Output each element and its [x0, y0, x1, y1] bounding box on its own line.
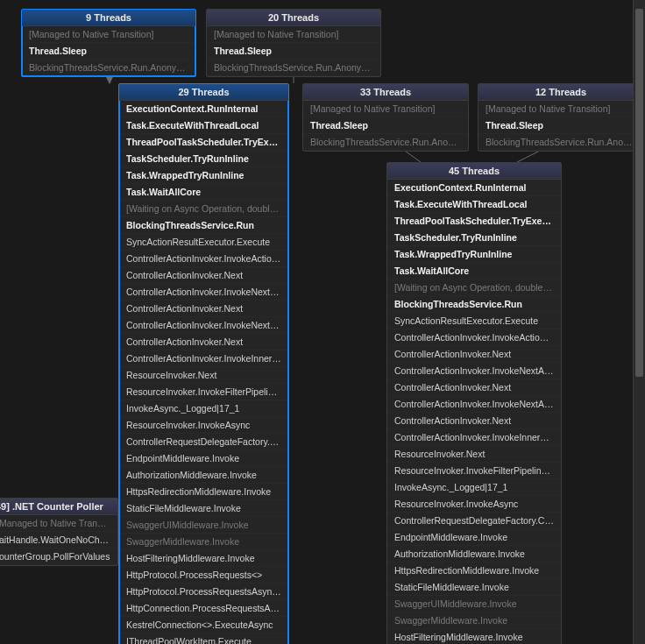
stack-frame[interactable]: SyncActionResultExecutor.Execute	[119, 234, 288, 251]
stack-frame[interactable]: Task.ExecuteWithThreadLocal	[387, 196, 561, 213]
stack-frame[interactable]: ControllerActionInvoker.InvokeNextAction…	[119, 284, 288, 301]
thread-panel-20[interactable]: 20 Threads [Managed to Native Transition…	[206, 9, 381, 77]
stack-frame[interactable]: IThreadPoolWorkItem.Execute	[119, 633, 288, 644]
stack-frame[interactable]: BlockingThreadsService.Run.AnonymousMet.…	[207, 60, 380, 76]
stack-frame[interactable]: Thread.Sleep	[303, 117, 468, 134]
stack-frame[interactable]: [Managed to Native Transition]	[478, 101, 643, 117]
stack-frame[interactable]: SwaggerUIMiddleware.Invoke	[387, 596, 561, 612]
stack-list: Managed to Native Transition]aitHandle.W…	[0, 515, 117, 565]
stack-frame[interactable]: SwaggerMiddleware.Invoke	[387, 612, 561, 629]
stack-list: [Managed to Native Transition]Thread.Sle…	[303, 101, 468, 151]
stack-frame[interactable]: ControllerActionInvoker.Next	[119, 301, 288, 317]
panel-header: 49] .NET Counter Poller	[0, 499, 117, 515]
stack-frame[interactable]: InvokeAsync._Logged|17_1	[387, 479, 561, 496]
stack-frame[interactable]: Thread.Sleep	[207, 43, 380, 60]
stack-frame[interactable]: SyncActionResultExecutor.Execute	[387, 313, 561, 329]
stack-frame[interactable]: [Waiting on Async Operation, double-clic…	[119, 201, 288, 217]
stack-frame[interactable]: ControllerActionInvoker.InvokeNextAction…	[387, 363, 561, 379]
stack-frame[interactable]: ounterGroup.PollForValues	[0, 548, 117, 565]
stack-frame[interactable]: HttpProtocol.ProcessRequestsAsync<>	[119, 584, 288, 600]
stack-frame[interactable]: Task.WaitAllCore	[387, 263, 561, 280]
stack-frame[interactable]: ControllerActionInvoker.InvokeActionMeth…	[387, 329, 561, 346]
stack-frame[interactable]: EndpointMiddleware.Invoke	[119, 450, 288, 467]
stack-frame[interactable]: ControllerActionInvoker.InvokeNextAction…	[387, 396, 561, 413]
stack-frame[interactable]: KestrelConnection<>.ExecuteAsync	[119, 617, 288, 633]
panel-header: 29 Threads	[119, 84, 288, 101]
stack-frame[interactable]: ControllerActionInvoker.InvokeInnerFilte…	[387, 429, 561, 446]
stack-frame[interactable]: HttpProtocol.ProcessRequests<>	[119, 567, 288, 584]
panel-header: 20 Threads	[207, 10, 380, 26]
stack-frame[interactable]: ControllerRequestDelegateFactory.CreateR…	[387, 513, 561, 529]
stack-list: ExecutionContext.RunInternalTask.Execute…	[387, 180, 561, 644]
stack-frame[interactable]: BlockingThreadsService.Run.AnonymousMet.…	[303, 134, 468, 151]
panel-header: 45 Threads	[387, 163, 561, 180]
stack-frame[interactable]: Task.WaitAllCore	[119, 184, 288, 201]
stack-frame[interactable]: ThreadPoolTaskScheduler.TryExecuteTaskIn…	[119, 134, 288, 151]
stack-frame[interactable]: ControllerActionInvoker.Next	[387, 346, 561, 363]
scrollbar-thumb[interactable]	[635, 9, 643, 377]
stack-frame[interactable]: aitHandle.WaitOneNoCheck	[0, 532, 117, 548]
stack-frame[interactable]: ResourceInvoker.Next	[387, 446, 561, 463]
stack-frame[interactable]: ExecutionContext.RunInternal	[119, 101, 288, 117]
stack-list: [Managed to Native Transition]Thread.Sle…	[207, 26, 380, 76]
stack-frame[interactable]: Task.ExecuteWithThreadLocal	[119, 117, 288, 134]
stack-frame[interactable]: Task.WrappedTryRunInline	[119, 167, 288, 184]
thread-panel-45[interactable]: 45 Threads ExecutionContext.RunInternalT…	[386, 162, 562, 644]
stack-frame[interactable]: ResourceInvoker.InvokeFilterPipelineAsyn…	[119, 384, 288, 400]
stack-frame[interactable]: HttpsRedirectionMiddleware.Invoke	[387, 563, 561, 579]
stack-frame[interactable]: ResourceInvoker.InvokeAsync	[387, 496, 561, 513]
stack-frame[interactable]: BlockingThreadsService.Run.AnonymousMet.…	[22, 60, 195, 76]
stack-frame[interactable]: BlockingThreadsService.Run	[119, 217, 288, 234]
stack-frame[interactable]: ControllerActionInvoker.InvokeNextAction…	[119, 317, 288, 334]
stack-frame[interactable]: HostFilteringMiddleware.Invoke	[119, 550, 288, 567]
stack-frame[interactable]: ControllerActionInvoker.Next	[387, 413, 561, 429]
stack-frame[interactable]: [Waiting on Async Operation, double-clic…	[387, 280, 561, 296]
stack-frame[interactable]: ControllerRequestDelegateFactory.CreateR…	[119, 434, 288, 450]
stack-frame[interactable]: StaticFileMiddleware.Invoke	[387, 579, 561, 596]
panel-header: 12 Threads	[478, 84, 643, 101]
stack-frame[interactable]: ResourceInvoker.InvokeFilterPipelineAsyn…	[387, 463, 561, 479]
stack-frame[interactable]: TaskScheduler.TryRunInline	[119, 151, 288, 167]
thread-panel-29[interactable]: 29 Threads ExecutionContext.RunInternalT…	[118, 83, 289, 644]
stack-frame[interactable]: ExecutionContext.RunInternal	[387, 180, 561, 196]
stack-frame[interactable]: ThreadPoolTaskScheduler.TryExecuteTaskIn…	[387, 213, 561, 230]
thread-panel-9[interactable]: 9 Threads [Managed to Native Transition]…	[21, 9, 196, 77]
stack-frame[interactable]: ControllerActionInvoker.Next	[119, 334, 288, 350]
stack-frame[interactable]: ControllerActionInvoker.Next	[387, 379, 561, 396]
stack-frame[interactable]: AuthorizationMiddleware.Invoke	[387, 546, 561, 563]
stack-frame[interactable]: Thread.Sleep	[478, 117, 643, 134]
stack-frame[interactable]: SwaggerMiddleware.Invoke	[119, 534, 288, 550]
stack-frame[interactable]: ResourceInvoker.InvokeAsync	[119, 417, 288, 434]
stack-frame[interactable]: HostFilteringMiddleware.Invoke	[387, 629, 561, 644]
stack-list: ExecutionContext.RunInternalTask.Execute…	[119, 101, 288, 644]
stack-frame[interactable]: [Managed to Native Transition]	[207, 26, 380, 43]
stack-frame[interactable]: ResourceInvoker.Next	[119, 367, 288, 384]
stack-frame[interactable]: HttpsRedirectionMiddleware.Invoke	[119, 484, 288, 500]
stack-frame[interactable]: Managed to Native Transition]	[0, 515, 117, 532]
stack-frame[interactable]: AuthorizationMiddleware.Invoke	[119, 467, 288, 484]
stack-frame[interactable]: Thread.Sleep	[22, 43, 195, 60]
stack-frame[interactable]: [Managed to Native Transition]	[303, 101, 468, 117]
stack-frame[interactable]: HttpConnection.ProcessRequestsAsync<>	[119, 600, 288, 617]
thread-panel-12[interactable]: 12 Threads [Managed to Native Transition…	[478, 83, 644, 152]
stack-frame[interactable]: [Managed to Native Transition]	[22, 26, 195, 43]
stack-list: [Managed to Native Transition]Thread.Sle…	[22, 26, 195, 76]
stack-frame[interactable]: StaticFileMiddleware.Invoke	[119, 500, 288, 517]
thread-panel-33[interactable]: 33 Threads [Managed to Native Transition…	[302, 83, 469, 152]
stack-frame[interactable]: ControllerActionInvoker.InvokeInnerFilte…	[119, 350, 288, 367]
stack-frame[interactable]: ControllerActionInvoker.Next	[119, 267, 288, 284]
stack-frame[interactable]: Task.WrappedTryRunInline	[387, 246, 561, 263]
stack-frame[interactable]: ControllerActionInvoker.InvokeActionMeth…	[119, 251, 288, 267]
stack-frame[interactable]: InvokeAsync._Logged|17_1	[119, 400, 288, 417]
panel-header: 9 Threads	[22, 10, 195, 26]
stack-list: [Managed to Native Transition]Thread.Sle…	[478, 101, 643, 151]
stack-frame[interactable]: EndpointMiddleware.Invoke	[387, 529, 561, 546]
panel-header: 33 Threads	[303, 84, 468, 101]
thread-panel-counter-poller[interactable]: 49] .NET Counter Poller Managed to Nativ…	[0, 498, 118, 566]
stack-frame[interactable]: BlockingThreadsService.Run.AnonymousMet.…	[478, 134, 643, 151]
stack-frame[interactable]: SwaggerUIMiddleware.Invoke	[119, 517, 288, 534]
stack-frame[interactable]: BlockingThreadsService.Run	[387, 296, 561, 313]
vertical-scrollbar[interactable]	[633, 0, 645, 644]
stack-frame[interactable]: TaskScheduler.TryRunInline	[387, 230, 561, 246]
